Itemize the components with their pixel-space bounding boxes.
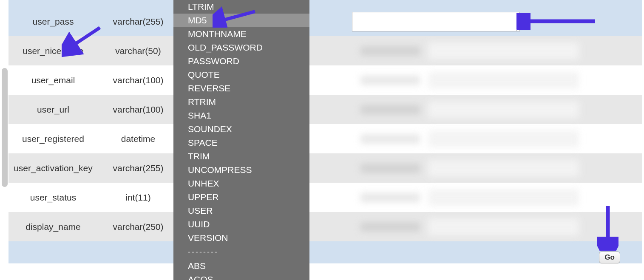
table-row: user_email varchar(100) xyxy=(9,65,642,95)
column-type: varchar(100) xyxy=(98,65,179,95)
dropdown-option[interactable]: OLD_PASSWORD xyxy=(173,41,309,54)
dropdown-option[interactable]: SHA1 xyxy=(173,109,309,122)
column-name: user_url xyxy=(9,95,98,124)
dropdown-option[interactable]: VERSION xyxy=(173,231,309,245)
column-name: display_name xyxy=(9,212,98,241)
column-type: datetime xyxy=(98,124,179,153)
dropdown-option[interactable]: ACOS xyxy=(173,273,309,280)
column-name: user_status xyxy=(9,183,98,212)
dropdown-option[interactable]: PASSWORD xyxy=(173,54,309,68)
column-name: user_nicename xyxy=(9,36,98,65)
dropdown-option[interactable]: QUOTE xyxy=(173,68,309,82)
column-type: varchar(250) xyxy=(98,212,179,241)
function-dropdown[interactable]: LTRIM MD5 MONTHNAME OLD_PASSWORD PASSWOR… xyxy=(173,0,309,280)
column-name: user_pass xyxy=(9,7,98,36)
user-pass-input[interactable] xyxy=(352,12,520,31)
table-row xyxy=(9,0,642,7)
value-cell xyxy=(349,7,642,36)
table-row-user-pass: user_pass varchar(255) xyxy=(9,7,642,36)
dropdown-option[interactable]: UPPER xyxy=(173,190,309,204)
dropdown-separator: -------- xyxy=(173,245,309,259)
column-type: int(11) xyxy=(98,183,179,212)
column-type: varchar(100) xyxy=(98,95,179,124)
dropdown-option[interactable]: SPACE xyxy=(173,136,309,150)
table-footer xyxy=(9,241,642,263)
dropdown-option[interactable]: SOUNDEX xyxy=(173,122,309,136)
go-button[interactable]: Go xyxy=(599,252,620,263)
table-row: display_name varchar(250) xyxy=(9,212,642,241)
table-row: user_nicename varchar(50) xyxy=(9,36,642,65)
dropdown-option[interactable]: MONTHNAME xyxy=(173,27,309,41)
column-type: varchar(255) xyxy=(98,7,179,36)
columns-table: user_pass varchar(255) user_nicename var… xyxy=(9,0,642,280)
dropdown-option[interactable]: LTRIM xyxy=(173,0,309,14)
dropdown-option[interactable]: RTRIM xyxy=(173,95,309,109)
dropdown-option[interactable]: UUID xyxy=(173,218,309,231)
dropdown-option[interactable]: REVERSE xyxy=(173,82,309,95)
column-type: varchar(255) xyxy=(98,153,179,183)
table-row: user_status int(11) xyxy=(9,183,642,212)
table-row: user_url varchar(100) xyxy=(9,95,642,124)
dropdown-option[interactable]: UNHEX xyxy=(173,177,309,190)
column-name: user_registered xyxy=(9,124,98,153)
dropdown-option[interactable]: USER xyxy=(173,204,309,218)
null-cell xyxy=(323,7,349,36)
column-type: varchar(50) xyxy=(98,36,179,65)
column-name: user_email xyxy=(9,65,98,95)
table-row: user_activation_key varchar(255) xyxy=(9,153,642,183)
column-name: user_activation_key xyxy=(9,153,98,183)
page-scrollbar[interactable] xyxy=(2,68,8,187)
table-row: user_registered datetime xyxy=(9,124,642,153)
dropdown-option[interactable]: ABS xyxy=(173,259,309,273)
dropdown-option[interactable]: TRIM xyxy=(173,150,309,163)
dropdown-option[interactable]: UNCOMPRESS xyxy=(173,163,309,177)
dropdown-option-md5[interactable]: MD5 xyxy=(173,14,309,27)
